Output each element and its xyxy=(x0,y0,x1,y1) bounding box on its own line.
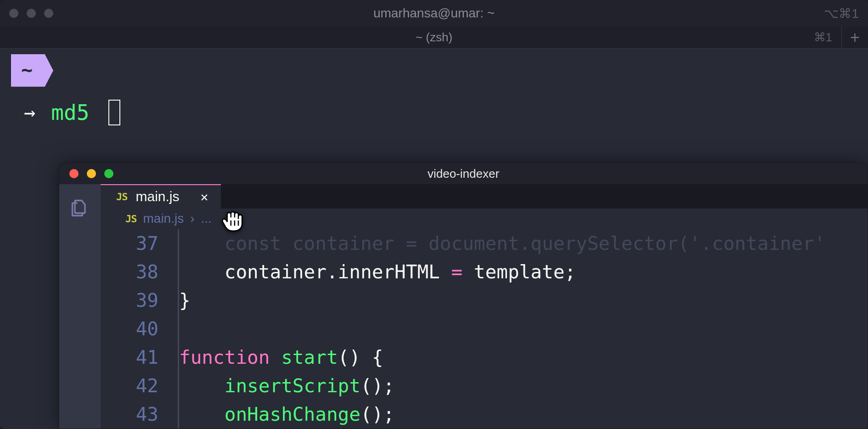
terminal-title: umarhansa@umar: ~ xyxy=(0,6,868,21)
terminal-body[interactable]: ~ → md5 xyxy=(0,49,868,133)
js-file-icon: JS xyxy=(125,213,137,225)
line-number: 42 xyxy=(101,372,158,400)
vscode-traffic-lights xyxy=(69,169,113,178)
terminal-tab-label[interactable]: ~ (zsh) xyxy=(0,30,868,45)
tab-label: main.js xyxy=(136,189,180,204)
code-line[interactable]: function start() { xyxy=(179,343,868,372)
js-file-icon: JS xyxy=(116,191,128,203)
activity-bar xyxy=(59,184,101,429)
vscode-window: video-indexer JS main.js ✕ JS main. xyxy=(59,163,868,429)
terminal-cursor xyxy=(108,100,120,125)
terminal-shortcut: ⌥⌘1 xyxy=(824,6,859,21)
prompt-line: → md5 xyxy=(11,98,857,127)
prompt-command: md5 xyxy=(51,98,89,127)
chevron-right-icon: › xyxy=(190,211,194,226)
code-line[interactable]: const container = document.querySelector… xyxy=(179,229,868,258)
line-number: 40 xyxy=(101,315,158,343)
tab-main-js[interactable]: JS main.js ✕ xyxy=(101,184,221,209)
breadcrumb-rest[interactable]: ... xyxy=(201,211,212,226)
line-number-gutter: 37383940414243 xyxy=(101,229,178,429)
line-number: 37 xyxy=(101,229,158,258)
code-editor[interactable]: 37383940414243 const container = documen… xyxy=(101,229,868,429)
vscode-main: JS main.js ✕ JS main.js › ... 3738394041… xyxy=(59,184,868,429)
terminal-tabbar: ~ (zsh) ⌘1 + xyxy=(0,27,868,49)
maximize-dot[interactable] xyxy=(104,169,113,178)
line-number: 41 xyxy=(101,343,158,372)
terminal-titlebar[interactable]: umarhansa@umar: ~ ⌥⌘1 xyxy=(0,0,868,27)
code-line[interactable]: container.innerHTML = template; xyxy=(179,258,868,286)
editor-area: JS main.js ✕ JS main.js › ... 3738394041… xyxy=(101,184,868,429)
minimize-dot[interactable] xyxy=(87,169,96,178)
terminal-traffic-lights xyxy=(9,9,53,18)
close-dot[interactable] xyxy=(9,9,18,18)
code-lines[interactable]: const container = document.querySelector… xyxy=(178,229,868,429)
line-number: 39 xyxy=(101,286,158,315)
code-line[interactable]: } xyxy=(179,286,868,315)
editor-tabs: JS main.js ✕ xyxy=(101,184,868,209)
breadcrumb[interactable]: JS main.js › ... xyxy=(101,209,868,229)
vscode-titlebar[interactable]: video-indexer xyxy=(59,163,868,184)
breadcrumb-file[interactable]: main.js xyxy=(143,211,184,226)
vscode-title: video-indexer xyxy=(59,167,868,181)
code-line[interactable] xyxy=(179,315,868,343)
prompt-path-badge: ~ xyxy=(11,54,53,87)
code-line[interactable]: insertScript(); xyxy=(179,372,868,400)
line-number: 38 xyxy=(101,258,158,286)
maximize-dot[interactable] xyxy=(44,9,53,18)
tab-close-icon[interactable]: ✕ xyxy=(201,189,209,204)
prompt-arrow-icon: → xyxy=(24,99,35,126)
minimize-dot[interactable] xyxy=(27,9,36,18)
close-dot[interactable] xyxy=(69,169,79,178)
files-icon[interactable] xyxy=(69,197,91,219)
line-number: 43 xyxy=(101,400,158,429)
code-line[interactable]: onHashChange(); xyxy=(179,400,868,429)
